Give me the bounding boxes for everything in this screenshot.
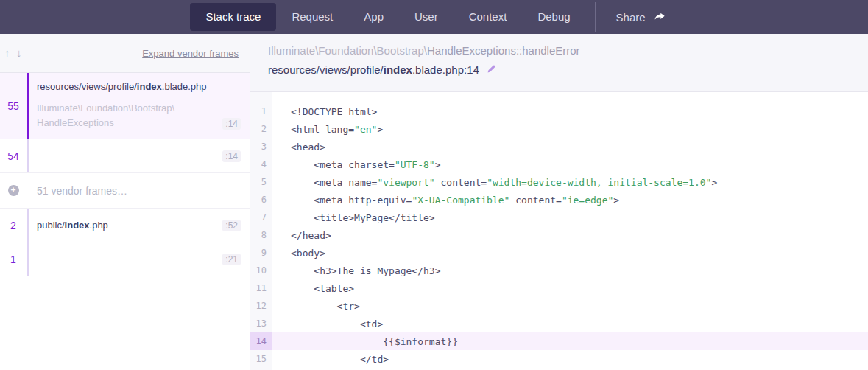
tab-request[interactable]: Request	[276, 3, 348, 31]
code-line-10: 10 <h3>The is Mypage</h3>	[250, 262, 868, 279]
tab-user[interactable]: User	[399, 3, 454, 31]
code-line-1: 1<!DOCTYPE html>	[250, 102, 868, 120]
frame-body: public/index.php:52	[29, 209, 250, 242]
code-line-2: 2<html lang="en">	[250, 120, 868, 138]
code-line-11: 11 <table>	[250, 279, 868, 297]
code-text: <!DOCTYPE html>	[272, 102, 377, 120]
expand-plus-icon: +	[0, 173, 27, 208]
frame-number: 55	[0, 73, 27, 139]
frame-body: :21	[29, 242, 250, 276]
expand-vendor-frames-link[interactable]: Expand vendor frames	[142, 48, 239, 59]
gutter-line-number: 10	[250, 262, 272, 279]
code-text: </head>	[272, 226, 331, 244]
stack-frame-54[interactable]: 54:14	[0, 139, 250, 173]
line-number-badge: :21	[222, 254, 241, 265]
gutter-line-number: 2	[250, 120, 272, 138]
code-text: <h3>The is Mypage</h3>	[272, 262, 441, 279]
code-line-5: 5 <meta name="viewport" content="width=d…	[250, 173, 868, 191]
frame-body: resources/views/profile/index.blade.phpI…	[29, 73, 250, 139]
sidebar-header: ↑ ↓ Expand vendor frames	[0, 34, 250, 73]
gutter-line-number: 6	[250, 191, 272, 209]
code-line-9: 9<body>	[250, 244, 868, 262]
frame-number: 1	[0, 242, 27, 276]
code-viewer: 1<!DOCTYPE html>2<html lang="en">3<head>…	[250, 92, 868, 370]
content-area: ↑ ↓ Expand vendor frames 55resources/vie…	[0, 34, 868, 370]
code-line-15: 15 </td>	[250, 350, 868, 368]
share-button-label: Share	[616, 11, 646, 24]
stack-frame-2[interactable]: 2public/index.php:52	[0, 209, 250, 242]
tab-app[interactable]: App	[348, 3, 399, 31]
frame-number: 2	[0, 209, 27, 242]
share-arrow-icon	[653, 11, 666, 23]
code-text: <table>	[272, 279, 354, 297]
stack-frame-1[interactable]: 1:21	[0, 242, 250, 276]
nav-tabs: Stack traceRequestAppUserContextDebug	[190, 3, 585, 31]
code-lines: 1<!DOCTYPE html>2<html lang="en">3<head>…	[250, 102, 868, 368]
gutter-line-number: 1	[250, 102, 272, 120]
gutter-line-number: 14	[250, 332, 272, 350]
frame-method: HandleExceptions::handleError	[427, 44, 580, 57]
vendor-frames-toggle[interactable]: +51 vendor frames…	[0, 173, 250, 209]
frames-list: 55resources/views/profile/index.blade.ph…	[0, 73, 250, 276]
code-text: <html lang="en">	[272, 120, 383, 138]
line-number-badge: :14	[222, 150, 241, 162]
frame-number: 54	[0, 139, 27, 172]
gutter-line-number: 5	[250, 173, 272, 191]
code-line-13: 13 <td>	[250, 315, 868, 332]
frame-file-path: public/index.php	[37, 220, 108, 231]
frame-class-prefix: Illuminate\Foundation\Bootstrap\	[268, 44, 427, 57]
frame-class-name: Illuminate\Foundation\Bootstrap\HandleEx…	[37, 101, 174, 130]
frame-detail-header: Illuminate\Foundation\Bootstrap\HandleEx…	[250, 34, 868, 92]
code-text: <meta http-equiv="X-UA-Compatible" conte…	[272, 191, 619, 209]
gutter-line-number: 12	[250, 297, 272, 315]
vendor-frames-label: 51 vendor frames…	[37, 185, 127, 197]
edit-file-button[interactable]	[485, 64, 496, 75]
frame-body: 51 vendor frames…	[29, 173, 250, 208]
frame-file-path: resources/views/profile/index.blade.php	[37, 81, 241, 92]
share-button[interactable]: Share	[604, 4, 678, 31]
frame-file-line: resources/views/profile/index.blade.php:…	[268, 63, 850, 76]
gutter-line-number: 13	[250, 315, 272, 332]
frame-class-method: Illuminate\Foundation\Bootstrap\HandleEx…	[268, 44, 850, 57]
frame-detail-panel: Illuminate\Foundation\Bootstrap\HandleEx…	[250, 34, 868, 370]
stack-frame-55[interactable]: 55resources/views/profile/index.blade.ph…	[0, 73, 250, 139]
code-text: <head>	[272, 138, 325, 156]
code-text: {{$informat}}	[272, 332, 458, 350]
gutter-line-number: 3	[250, 138, 272, 156]
frame-nav-arrows: ↑ ↓	[3, 46, 23, 60]
code-line-4: 4 <meta charset="UTF-8">	[250, 156, 868, 173]
frame-body: :14	[29, 139, 250, 172]
stack-trace-sidebar: ↑ ↓ Expand vendor frames 55resources/vie…	[0, 34, 250, 370]
code-text: </td>	[272, 350, 389, 368]
code-text: <body>	[272, 244, 325, 262]
tab-debug[interactable]: Debug	[522, 3, 585, 31]
code-text: <title>MyPage</title>	[272, 209, 435, 226]
gutter-line-number: 7	[250, 209, 272, 226]
gutter-line-number: 15	[250, 350, 272, 368]
code-text: <meta charset="UTF-8">	[272, 156, 441, 173]
code-line-6: 6 <meta http-equiv="X-UA-Compatible" con…	[250, 191, 868, 209]
gutter-line-number: 9	[250, 244, 272, 262]
code-line-12: 12 <tr>	[250, 297, 868, 315]
frame-file-text: resources/views/profile/index.blade.php:…	[268, 63, 479, 76]
tab-stack-trace[interactable]: Stack trace	[190, 3, 276, 31]
nav-divider	[595, 2, 596, 32]
code-line-7: 7 <title>MyPage</title>	[250, 209, 868, 226]
pencil-icon	[485, 64, 496, 75]
line-number-badge: :14	[222, 118, 241, 130]
code-text: <meta name="viewport" content="width=dev…	[272, 173, 717, 191]
main-nav: Stack traceRequestAppUserContextDebug Sh…	[0, 0, 868, 34]
code-line-3: 3<head>	[250, 138, 868, 156]
code-line-8: 8</head>	[250, 226, 868, 244]
gutter-line-number: 11	[250, 279, 272, 297]
code-text: <tr>	[272, 297, 360, 315]
tab-context[interactable]: Context	[454, 3, 523, 31]
gutter-line-number: 4	[250, 156, 272, 173]
code-line-14: 14 {{$informat}}	[250, 332, 868, 350]
gutter-line-number: 8	[250, 226, 272, 244]
line-number-badge: :52	[222, 220, 241, 231]
code-text: <td>	[272, 315, 383, 332]
next-frame-arrow-icon[interactable]: ↓	[15, 46, 24, 59]
previous-frame-arrow-icon[interactable]: ↑	[3, 46, 12, 59]
